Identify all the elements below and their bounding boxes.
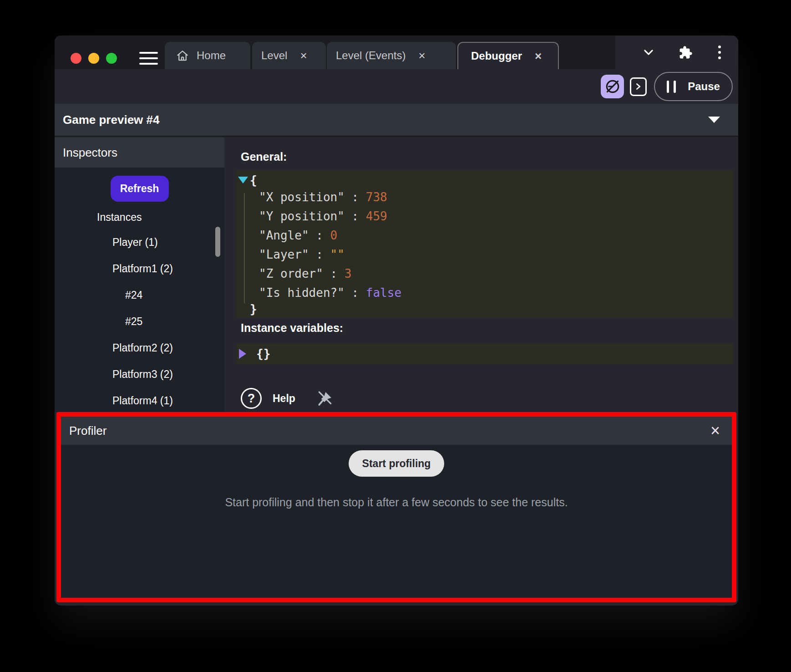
tab-label: Level (Events) <box>336 49 406 62</box>
inspector-detail-panel: General: { "X position" : 738 "Y positio… <box>224 137 738 412</box>
help-label[interactable]: Help <box>273 392 295 405</box>
console-icon <box>634 81 644 92</box>
minimize-window-button[interactable] <box>88 53 99 64</box>
json-indent-guide <box>244 193 245 303</box>
menu-icon[interactable] <box>139 52 158 65</box>
sidebar-scrollbar[interactable] <box>215 227 220 257</box>
close-brace: } <box>250 302 257 316</box>
pause-icon <box>667 81 676 93</box>
property-value[interactable]: 3 <box>345 267 352 280</box>
property-key: "X position" <box>259 190 345 204</box>
property-separator: : <box>309 248 330 261</box>
property-value[interactable]: 459 <box>366 209 387 223</box>
open-brace: { <box>250 173 257 187</box>
close-tab-icon[interactable]: × <box>418 50 425 61</box>
close-tab-icon[interactable]: × <box>535 50 542 62</box>
property-key: "Is hidden?" <box>259 286 345 300</box>
tree-item-instance-24[interactable]: #24 <box>55 282 224 308</box>
inspectors-title: Inspectors <box>63 146 117 160</box>
close-profiler-icon[interactable]: × <box>710 423 720 439</box>
expanded-arrow-icon[interactable] <box>238 177 248 183</box>
collapse-chevron-icon[interactable] <box>708 117 720 123</box>
json-property-row: "Is hidden?" : false <box>236 283 733 302</box>
tree-item-player[interactable]: Player (1) <box>55 229 224 255</box>
tab-home[interactable]: Home <box>165 42 250 69</box>
inspectors-sidebar: Inspectors Refresh Instances Player (1) … <box>55 137 224 412</box>
start-profiling-button[interactable]: Start profiling <box>349 450 445 477</box>
tab-label: Home <box>197 49 226 62</box>
game-preview-header[interactable]: Game preview #4 <box>55 104 738 137</box>
json-property-row: "Y position" : 459 <box>236 207 733 226</box>
json-open-brace: { <box>236 173 733 188</box>
open-profiler-button[interactable] <box>601 75 624 98</box>
profiler-body: Start profiling Start profiling and then… <box>61 445 732 598</box>
refresh-button[interactable]: Refresh <box>111 176 169 202</box>
tree-item-instances[interactable]: Instances <box>55 209 224 225</box>
tree-item-platform3[interactable]: Platform3 (2) <box>55 361 224 387</box>
unpin-icon[interactable] <box>316 389 334 407</box>
pause-label: Pause <box>688 80 720 93</box>
json-property-row: "Layer" : "" <box>236 245 733 264</box>
tree-item-platform2[interactable]: Platform2 (2) <box>55 335 224 361</box>
game-preview-title: Game preview #4 <box>63 113 159 127</box>
inspectors-header: Inspectors <box>55 137 224 168</box>
chevron-down-icon[interactable] <box>642 46 655 59</box>
property-key: "Z order" <box>259 267 323 280</box>
profiler-description: Start profiling and then stop it after a… <box>225 496 568 509</box>
topbar-icons <box>620 36 738 69</box>
property-separator: : <box>345 286 366 300</box>
tree-item-platform4[interactable]: Platform4 (1) <box>55 387 224 412</box>
profiler-panel: Profiler × Start profiling Start profili… <box>56 412 736 602</box>
property-key: "Angle" <box>259 229 309 242</box>
property-separator: : <box>345 190 366 204</box>
tab-label: Level <box>261 49 287 62</box>
close-tab-icon[interactable]: × <box>300 50 307 61</box>
tab-level[interactable]: Level × <box>252 42 326 69</box>
profiler-header: Profiler × <box>61 417 732 445</box>
instance-variables-value: {} <box>256 347 270 361</box>
overflow-menu-icon[interactable] <box>716 44 723 61</box>
close-window-button[interactable] <box>71 53 81 64</box>
property-value[interactable]: 738 <box>366 190 387 204</box>
extensions-icon[interactable] <box>679 46 693 60</box>
home-icon <box>176 49 189 62</box>
console-button[interactable] <box>630 77 647 96</box>
profiler-gauge-icon <box>604 78 621 95</box>
app-window: Home Level × Level (Events) × Debugger × <box>55 36 738 606</box>
instance-variables-label: Instance variables: <box>241 321 343 335</box>
tab-debugger[interactable]: Debugger × <box>457 42 559 69</box>
property-key: "Layer" <box>259 248 309 261</box>
help-row: ? Help <box>241 388 334 409</box>
json-property-row: "Z order" : 3 <box>236 264 733 283</box>
property-key: "Y position" <box>259 209 345 223</box>
tab-bar: Home Level × Level (Events) × Debugger × <box>55 36 738 69</box>
pause-button[interactable]: Pause <box>654 72 733 101</box>
json-property-row: "X position" : 738 <box>236 188 733 207</box>
debugger-content: Inspectors Refresh Instances Player (1) … <box>55 137 738 412</box>
property-separator: : <box>309 229 330 242</box>
property-value[interactable]: 0 <box>330 229 338 242</box>
tree-item-instance-25[interactable]: #25 <box>55 308 224 335</box>
instances-tree: Instances Player (1) Platform1 (2) #24 #… <box>55 209 224 412</box>
json-close-brace: } <box>236 302 733 316</box>
window-controls <box>71 53 117 64</box>
tab-level-events[interactable]: Level (Events) × <box>327 42 456 69</box>
general-section-label: General: <box>241 150 287 163</box>
property-separator: : <box>323 267 345 280</box>
question-glyph: ? <box>248 392 255 406</box>
property-value[interactable]: false <box>366 286 401 300</box>
instance-variables-view: {} <box>236 343 733 364</box>
collapsed-arrow-icon[interactable] <box>239 349 246 359</box>
profiler-title: Profiler <box>69 424 106 438</box>
property-value[interactable]: "" <box>330 248 345 261</box>
json-property-row: "Angle" : 0 <box>236 226 733 245</box>
tree-item-platform1[interactable]: Platform1 (2) <box>55 255 224 282</box>
debugger-toolbar: Pause <box>55 69 738 104</box>
property-separator: : <box>345 209 366 223</box>
inspectors-list: Refresh Instances Player (1) Platform1 (… <box>55 168 224 412</box>
zoom-window-button[interactable] <box>106 53 117 64</box>
general-json-view: { "X position" : 738 "Y position" : 459 … <box>236 170 733 318</box>
help-icon[interactable]: ? <box>241 388 262 409</box>
tab-label: Debugger <box>471 50 522 62</box>
